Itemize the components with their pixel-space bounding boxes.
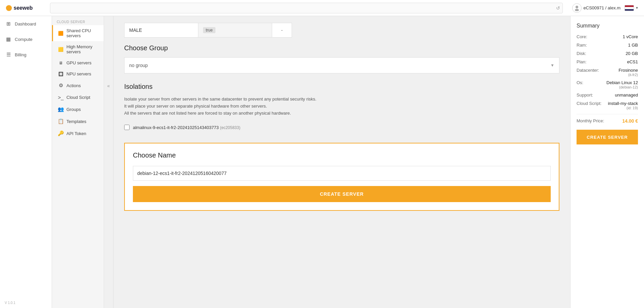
cloud-server-sidebar: CLOUD SERVER 🟧 Shared CPU servers 🟨 High… — [52, 16, 104, 308]
sidebar-label-actions: Actions — [66, 83, 81, 88]
user-menu[interactable]: eCS00971 / alex.m — [572, 3, 621, 13]
summary-val-cloud-script: install-my-stack — [608, 101, 638, 106]
sidebar-item-templates[interactable]: 📋 Templates — [52, 115, 104, 127]
groups-icon: 👥 — [58, 106, 64, 112]
sidebar-label-templates: Templates — [66, 119, 86, 124]
nav-item-billing[interactable]: ☰ Billing — [0, 47, 52, 62]
sidebar-item-actions[interactable]: ⚙ Actions — [52, 79, 104, 91]
isolations-title: Isolations — [124, 83, 559, 90]
field-true: true — [198, 23, 272, 38]
sidebar-label-npu: NPU servers — [66, 71, 91, 76]
summary-divider — [577, 114, 638, 114]
content-layout: MALE true - Choose Group no group ▼ I — [113, 16, 644, 308]
compute-icon: ▦ — [5, 36, 11, 42]
refresh-icon[interactable]: ↺ — [556, 5, 560, 11]
sidebar-label-groups: Groups — [66, 107, 81, 112]
isolation-item: almalinux-9-ecs1-it-fr2-2024102514340377… — [124, 121, 559, 133]
sidebar-item-api-token[interactable]: 🔑 API Token — [52, 127, 104, 139]
field-male-value: MALE — [129, 27, 142, 33]
summary-val-ram: 1 GB — [628, 43, 638, 48]
collapse-sidebar-button[interactable]: « — [104, 16, 113, 308]
create-server-button-main[interactable]: CREATE SERVER — [133, 186, 551, 202]
summary-key-plan: Plan: — [577, 59, 587, 64]
left-panel: ⊞ Dashboard ▦ Compute ☰ Billing V 1.0.1 … — [0, 16, 104, 308]
isolations-description: Isolate your server from other servers i… — [124, 96, 559, 117]
sidebar-section-label: CLOUD SERVER — [52, 16, 104, 25]
layout: ⊞ Dashboard ▦ Compute ☰ Billing V 1.0.1 … — [0, 16, 644, 308]
summary-valgroup-datacenter: Frosinone (it-fr2) — [618, 68, 638, 77]
summary-row-datacenter: Datacenter: Frosinone (it-fr2) — [577, 68, 638, 77]
nav-item-dashboard[interactable]: ⊞ Dashboard — [0, 16, 52, 32]
summary-row-os: Os: Debian Linux 12 (debian-12) — [577, 80, 638, 89]
isolations-desc-line1: Isolate your server from other servers i… — [124, 96, 559, 103]
summary-sub-cloud-script: (id: 19) — [608, 106, 638, 110]
create-server-button-sidebar[interactable]: CREATE SERVER — [577, 130, 638, 144]
summary-row-ram: Ram: 1 GB — [577, 43, 638, 48]
summary-val-price: 14.00 € — [622, 118, 638, 124]
server-name-input[interactable] — [133, 166, 551, 181]
search-input[interactable] — [50, 3, 563, 13]
api-token-icon: 🔑 — [58, 130, 64, 136]
nav-label-compute: Compute — [15, 37, 33, 42]
choose-name-section: Choose Name CREATE SERVER — [124, 143, 559, 211]
sidebar-item-cloud-script[interactable]: >_ Cloud Script — [52, 91, 104, 103]
svg-point-0 — [6, 5, 12, 11]
summary-key-datacenter: Datacenter: — [577, 68, 599, 73]
svg-point-2 — [576, 6, 578, 8]
summary-key-price: Monthly Price: — [577, 118, 604, 123]
group-select-dropdown[interactable]: no group ▼ — [124, 57, 559, 73]
isolations-desc-line3: All the servers that are not listed here… — [124, 110, 559, 117]
nav-label-billing: Billing — [15, 52, 27, 57]
summary-key-cloud-script: Cloud Script: — [577, 101, 601, 106]
summary-sub-datacenter: (it-fr2) — [618, 73, 638, 77]
isolation-badge: (ec205833) — [220, 125, 240, 130]
main-content-scroll: MALE true - Choose Group no group ▼ I — [113, 16, 570, 308]
summary-val-plan: eCS1 — [627, 59, 638, 64]
summary-val-disk: 20 GB — [626, 51, 638, 56]
search-bar: ↺ — [50, 3, 563, 13]
nav-item-compute[interactable]: ▦ Compute — [0, 32, 52, 47]
actions-icon: ⚙ — [58, 82, 64, 88]
isolation-checkbox[interactable] — [124, 125, 130, 130]
logo: seeweb — [5, 3, 41, 13]
sidebar-label-shared-cpu: Shared CPU servers — [66, 28, 99, 38]
field-dash-value: - — [281, 27, 283, 33]
isolations-desc-line2: It will place your server on separate ph… — [124, 103, 559, 110]
dashboard-icon: ⊞ — [5, 21, 11, 27]
cloud-script-icon: >_ — [58, 95, 64, 100]
version-label: V 1.0.1 — [0, 298, 52, 308]
summary-valgroup-cloud-script: install-my-stack (id: 19) — [608, 101, 638, 110]
choose-group-section: Choose Group no group ▼ — [124, 44, 559, 73]
sidebar-label-api-token: API Token — [66, 131, 86, 136]
svg-point-3 — [575, 9, 579, 11]
topbar: seeweb ↺ eCS00971 / alex.m ▼ — [0, 0, 644, 16]
gpu-icon: 🖥 — [58, 61, 64, 65]
summary-valgroup-os: Debian Linux 12 (debian-12) — [606, 80, 638, 89]
summary-row-support: Support: unmanaged — [577, 93, 638, 98]
choose-name-title: Choose Name — [133, 151, 551, 159]
summary-val-support: unmanaged — [615, 93, 638, 98]
sidebar-item-shared-cpu[interactable]: 🟧 Shared CPU servers — [52, 25, 104, 41]
main-nav: ⊞ Dashboard ▦ Compute ☰ Billing V 1.0.1 — [0, 16, 52, 308]
sidebar-item-npu[interactable]: 🔲 NPU servers — [52, 68, 104, 79]
sidebar-item-high-memory[interactable]: 🟨 High Memory servers — [52, 41, 104, 57]
language-chevron: ▼ — [635, 6, 639, 10]
summary-title: Summary — [577, 23, 638, 29]
language-selector[interactable]: ▼ — [625, 5, 639, 11]
sidebar-label-gpu: GPU servers — [66, 60, 91, 65]
templates-icon: 📋 — [58, 118, 64, 124]
summary-key-disk: Disk: — [577, 51, 586, 56]
flag-icon — [625, 5, 634, 11]
user-avatar-icon — [572, 3, 582, 13]
topbar-right: eCS00971 / alex.m ▼ — [572, 3, 639, 13]
sidebar-item-gpu[interactable]: 🖥 GPU servers — [52, 57, 104, 68]
field-true-value: true — [203, 27, 215, 33]
summary-row-cloud-script: Cloud Script: install-my-stack (id: 19) — [577, 101, 638, 110]
username-label: eCS00971 / alex.m — [584, 5, 621, 10]
summary-key-core: Core: — [577, 34, 587, 39]
sidebar-item-groups[interactable]: 👥 Groups — [52, 103, 104, 115]
summary-key-support: Support: — [577, 93, 593, 98]
choose-group-title: Choose Group — [124, 44, 559, 52]
summary-panel: Summary Core: 1 vCore Ram: 1 GB Disk: 20… — [570, 16, 644, 308]
sidebar-label-high-memory: High Memory servers — [66, 44, 99, 54]
